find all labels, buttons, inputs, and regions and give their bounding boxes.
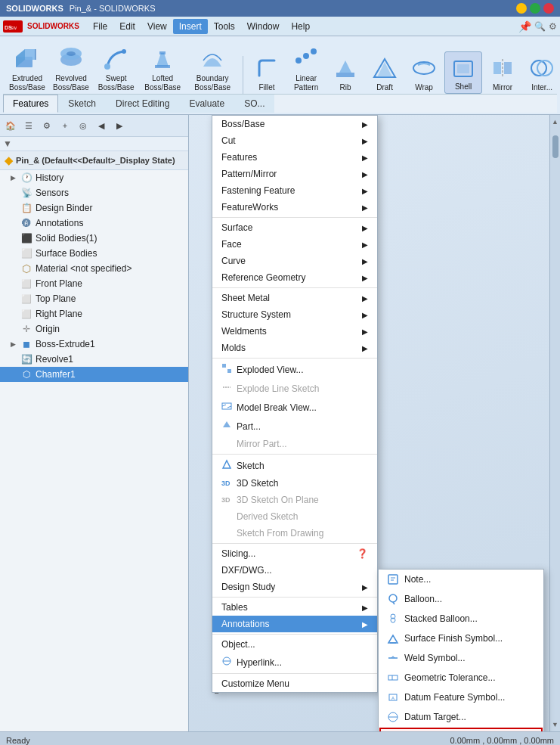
menu-sketch-from-drawing[interactable]: Sketch From Drawing xyxy=(212,525,377,542)
ft-settings-btn[interactable]: ◎ xyxy=(75,117,91,134)
menu-explode-line-sketch[interactable]: Explode Line Sketch xyxy=(212,379,377,398)
maximize-btn[interactable] xyxy=(530,3,540,14)
ft-item-surface-bodies[interactable]: ▶ ⬜ Surface Bodies xyxy=(0,246,188,261)
tab-evaluate[interactable]: Evaluate xyxy=(179,95,234,113)
ann-weld-symbol[interactable]: Weld Symbol... xyxy=(379,648,543,668)
menu-edit[interactable]: Edit xyxy=(113,19,141,34)
datum-target-icon xyxy=(386,710,400,724)
ft-item-revolve1[interactable]: ▶ 🔄 Revolve1 xyxy=(0,352,188,367)
pin-icon[interactable]: 📌 xyxy=(518,20,531,33)
menu-file[interactable]: File xyxy=(87,19,113,34)
menu-3d-sketch-on-plane[interactable]: 3D 3D Sketch On Plane xyxy=(212,492,377,508)
menu-customize[interactable]: Customize Menu xyxy=(212,675,377,692)
menu-features[interactable]: Features ▶ xyxy=(212,149,377,166)
ann-stacked-balloon[interactable]: Stacked Balloon... xyxy=(379,609,543,629)
scroll-up-btn[interactable]: ▲ xyxy=(552,118,558,126)
menu-annotations[interactable]: Annotations ▶ xyxy=(212,616,377,632)
menu-design-study[interactable]: Design Study ▶ xyxy=(212,579,377,595)
menu-molds[interactable]: Molds ▶ xyxy=(212,340,377,356)
ft-item-boss-extrude1[interactable]: ▶ ◼ Boss-Extrude1 xyxy=(0,337,188,352)
menu-boss-base[interactable]: Boss/Base ▶ xyxy=(212,116,377,132)
menu-fastening-feature[interactable]: Fastening Feature ▶ xyxy=(212,182,377,199)
ann-datum-target[interactable]: Datum Target... xyxy=(379,707,543,727)
draft-btn[interactable]: Draft xyxy=(366,53,404,94)
ann-balloon[interactable]: Balloon... xyxy=(379,589,543,609)
ft-home-btn[interactable]: 🏠 xyxy=(2,117,19,134)
ft-item-design-binder[interactable]: ▶ 📋 Design Binder xyxy=(0,200,188,216)
ft-gear-btn[interactable]: ⚙ xyxy=(39,117,55,134)
menu-window[interactable]: Window xyxy=(241,19,286,34)
scroll-down-btn[interactable]: ▼ xyxy=(552,721,558,728)
menu-mirror-part[interactable]: Mirror Part... xyxy=(212,436,377,452)
menu-exploded-view[interactable]: Exploded View... xyxy=(212,360,377,379)
tab-direct-editing[interactable]: Direct Editing xyxy=(106,95,179,113)
menu-tables[interactable]: Tables ▶ xyxy=(212,599,377,616)
menu-section-5: Sketch 3D 3D Sketch 3D 3D Sketch On Plan… xyxy=(212,456,377,542)
ann-datum-feature-symbol[interactable]: A Datum Feature Symbol... xyxy=(379,688,543,707)
main-area: 🏠 ☰ ⚙ + ◎ ◀ ▶ ▼ ◆ Pin_& (Default<<Defaul… xyxy=(0,115,560,731)
lofted-boss-base-btn[interactable]: Lofted Boss/Base xyxy=(140,44,184,94)
menu-face[interactable]: Face ▶ xyxy=(212,236,377,253)
tab-sketch[interactable]: Sketch xyxy=(58,95,106,113)
tab-features[interactable]: Features xyxy=(3,95,58,113)
menu-tools[interactable]: Tools xyxy=(208,19,241,34)
menu-part[interactable]: Part... xyxy=(212,417,377,436)
menu-reference-geometry[interactable]: Reference Geometry ▶ xyxy=(212,269,377,286)
swept-boss-base-btn[interactable]: Swept Boss/Base xyxy=(94,44,138,94)
ft-item-chamfer1[interactable]: ▶ ⬡ Chamfer1 xyxy=(0,367,188,382)
ann-geometric-tolerance[interactable]: Geometric Tolerance... xyxy=(379,668,543,688)
menu-slicing[interactable]: Slicing... ❓ xyxy=(212,545,377,562)
ft-item-annotations[interactable]: ▶ 🅐 Annotations xyxy=(0,216,188,231)
search-icon[interactable]: 🔍 xyxy=(534,21,546,32)
menu-featureworks[interactable]: FeatureWorks ▶ xyxy=(212,199,377,216)
revolved-boss-base-btn[interactable]: Revolved Boss/Base xyxy=(50,41,92,94)
canvas-scrollbar[interactable]: ▲ ▼ xyxy=(549,115,560,731)
menu-insert[interactable]: Insert xyxy=(173,19,208,34)
menu-cut[interactable]: Cut ▶ xyxy=(212,132,377,149)
ft-item-origin[interactable]: ▶ ✛ Origin xyxy=(0,321,188,337)
linear-pattern-btn[interactable]: Linear Pattern xyxy=(287,44,325,94)
menu-help[interactable]: Help xyxy=(285,19,316,34)
scroll-thumb[interactable] xyxy=(552,135,558,158)
menu-object[interactable]: Object... xyxy=(212,636,377,653)
ft-arrow-right-btn[interactable]: ▶ xyxy=(111,117,128,134)
wrap-btn[interactable]: Wrap xyxy=(405,53,443,94)
ft-item-right-plane[interactable]: ▶ ⬜ Right Plane xyxy=(0,306,188,321)
menu-weldments[interactable]: Weldments ▶ xyxy=(212,323,377,340)
shell-btn[interactable]: Shell xyxy=(444,51,482,94)
ft-item-front-plane[interactable]: ▶ ⬜ Front Plane xyxy=(0,276,188,291)
ft-item-top-plane[interactable]: ▶ ⬜ Top Plane xyxy=(0,291,188,306)
intersect-btn[interactable]: Inter... xyxy=(523,53,560,94)
tab-so[interactable]: SO... xyxy=(234,95,274,113)
fillet-btn[interactable]: Fillet xyxy=(248,53,286,94)
extruded-boss-base-btn[interactable]: Extruded Boss/Base xyxy=(6,41,48,94)
mirror-btn[interactable]: Mirror xyxy=(484,53,521,94)
menu-model-break-view[interactable]: Model Break View... xyxy=(212,398,377,417)
menu-view[interactable]: View xyxy=(141,19,173,34)
ann-note[interactable]: Note... xyxy=(379,570,543,589)
menu-3d-sketch[interactable]: 3D 3D Sketch xyxy=(212,475,377,492)
ann-cosmetic-thread[interactable]: Cosmetic Thread... xyxy=(379,728,543,731)
menu-derived-sketch[interactable]: Derived Sketch xyxy=(212,508,377,525)
ft-item-history[interactable]: ▶ 🕐 History xyxy=(0,170,188,185)
settings-icon[interactable]: ⚙ xyxy=(549,21,557,32)
ft-item-material[interactable]: ▶ ⬡ Material <not specified> xyxy=(0,261,188,276)
ann-surface-finish[interactable]: Surface Finish Symbol... xyxy=(379,629,543,648)
menu-curve[interactable]: Curve ▶ xyxy=(212,253,377,269)
menu-hyperlink[interactable]: Hyperlink... xyxy=(212,653,377,672)
minimize-btn[interactable] xyxy=(516,3,527,14)
menu-structure-system[interactable]: Structure System ▶ xyxy=(212,306,377,323)
rib-btn[interactable]: Rib xyxy=(326,53,364,94)
menu-sketch[interactable]: Sketch xyxy=(212,456,377,475)
menu-pattern-mirror[interactable]: Pattern/Mirror ▶ xyxy=(212,166,377,182)
close-btn[interactable] xyxy=(543,3,554,14)
menu-sheet-metal[interactable]: Sheet Metal ▶ xyxy=(212,290,377,306)
ft-grid-btn[interactable]: ☰ xyxy=(20,117,37,134)
ft-item-sensors[interactable]: ▶ 📡 Sensors xyxy=(0,185,188,200)
boundary-boss-base-btn[interactable]: Boundary Boss/Base xyxy=(187,44,239,94)
menu-dxf-dwg[interactable]: DXF/DWG... xyxy=(212,562,377,579)
ft-item-solid-bodies[interactable]: ▶ ⬛ Solid Bodies(1) xyxy=(0,231,188,246)
menu-surface[interactable]: Surface ▶ xyxy=(212,219,377,236)
ft-arrow-left-btn[interactable]: ◀ xyxy=(93,117,110,134)
ft-plus-btn[interactable]: + xyxy=(57,117,73,134)
